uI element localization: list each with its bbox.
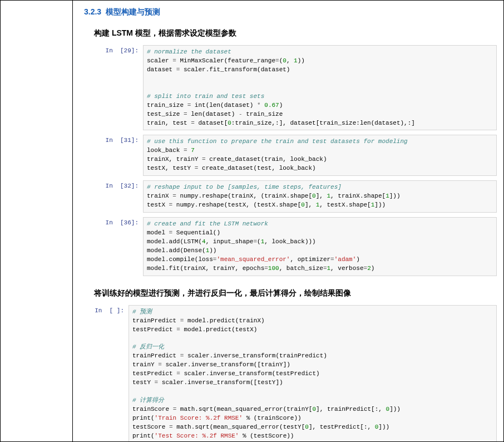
code-text: model.add(LSTM(	[147, 238, 202, 245]
code-text: trainY	[132, 361, 158, 368]
code-box[interactable]: # 预测 trainPredict = model.predict(trainX…	[129, 305, 497, 442]
section-heading: 3.2.3 模型构建与预测	[73, 1, 503, 21]
code-text: testPredict	[132, 326, 176, 333]
code-text: dataset[	[195, 120, 228, 126]
code-text: , trainX.shape[	[330, 193, 386, 199]
code-text: ))	[209, 247, 216, 254]
op-eq: =	[264, 265, 268, 272]
code-text: ]))	[389, 406, 401, 412]
inner-split: 3.2.3 模型构建与预测 构建 LSTM 模型，根据需求设定模型参数 In […	[1, 1, 503, 441]
code-text: model.predict(testX)	[180, 326, 258, 333]
num: 0.67	[264, 102, 279, 109]
code-text: model	[147, 229, 169, 236]
code-text: (	[257, 238, 261, 245]
code-text: train, test	[147, 120, 191, 126]
num: 0	[301, 202, 305, 208]
code-text: model.compile(loss	[147, 256, 213, 263]
subheading-2: 将训练好的模型进行预测，并进行反归一化，最后计算得分，绘制结果图像	[73, 281, 503, 305]
cell-prompt: In [36]:	[94, 217, 143, 226]
code-text: ], testPredict[:,	[309, 424, 375, 430]
cells-group-1: In [29]: # normalize the dataset scaler …	[73, 45, 503, 276]
code-text: ]))	[374, 202, 386, 208]
code-text: ]))	[389, 193, 401, 199]
code-box[interactable]: # reshape input to be [samples, time ste…	[143, 180, 497, 213]
code-text: % (testScore))	[239, 433, 294, 439]
left-column	[1, 1, 73, 441]
num: 0	[305, 424, 309, 430]
num: 4	[202, 238, 206, 245]
comment: # reshape input to be [samples, time ste…	[147, 184, 342, 190]
cell-prompt: In [ ]:	[80, 305, 129, 314]
code-text: Sequential()	[172, 229, 220, 236]
code-text: scaler.inverse_transform(testPredict)	[180, 370, 320, 377]
comment: # 计算得分	[132, 397, 164, 404]
code-text: testY	[132, 379, 155, 386]
code-text: trainPredict	[132, 352, 180, 359]
code-text: )	[356, 256, 360, 263]
code-text: scaler	[147, 57, 172, 64]
code-text: len(dataset)	[187, 111, 239, 117]
op-eq: =	[172, 57, 176, 64]
code-text: train_size	[243, 111, 283, 117]
str: 'adam'	[334, 256, 357, 263]
code-text: look_back	[147, 147, 184, 154]
code-text: ],	[316, 193, 327, 199]
code-text: ], trainPredict[:,	[316, 406, 386, 412]
code-text: , testX.shape[	[319, 202, 370, 208]
op-eq: =	[158, 361, 162, 368]
code-text: MinMaxScaler(feature_range	[176, 57, 275, 64]
code-text: math.sqrt(mean_squared_error(trainY[	[176, 406, 312, 412]
op-eq: =	[176, 326, 180, 333]
op-eq: =	[176, 370, 180, 377]
code-text: )	[279, 102, 283, 109]
code-text: trainPredict	[132, 317, 180, 324]
code-text: dataset	[147, 66, 176, 73]
num: 100	[268, 265, 279, 272]
code-cell-32: In [32]: # reshape input to be [samples,…	[94, 180, 497, 213]
num: 0	[228, 120, 231, 126]
code-text: , verbose	[330, 265, 363, 272]
code-text: ]))	[378, 424, 389, 430]
num: 1	[294, 57, 298, 64]
num: 0	[312, 193, 316, 199]
code-text: )	[371, 265, 375, 272]
code-text: train_size	[147, 102, 187, 109]
op-eq: =	[184, 147, 187, 154]
code-text: print(	[132, 415, 155, 421]
code-text: :train_size,:], dataset[train_size:len(d…	[231, 120, 415, 126]
code-text: trainX	[147, 193, 172, 199]
code-text: % (trainScore))	[243, 415, 302, 421]
right-column: 3.2.3 模型构建与预测 构建 LSTM 模型，根据需求设定模型参数 In […	[73, 1, 503, 441]
code-text: scaler.inverse_transform(trainPredict)	[184, 352, 327, 359]
comment: # normalize the dataset	[147, 48, 231, 55]
code-text: , input_shape	[206, 238, 254, 245]
code-text: , optimizer	[290, 256, 330, 263]
op-eq: =	[184, 111, 187, 117]
code-text: trainScore	[132, 406, 173, 412]
comment: # create and fit the LSTM network	[147, 220, 268, 227]
code-text: , batch_size	[279, 265, 323, 272]
num: 7	[191, 147, 195, 154]
code-text: model.add(Dense(	[147, 247, 206, 254]
code-box[interactable]: # use this function to prepare the train…	[143, 135, 497, 176]
comment: # use this function to prepare the train…	[147, 138, 408, 145]
str: 'Test Score: %.2f RMSE'	[155, 433, 239, 439]
page-frame: 3.2.3 模型构建与预测 构建 LSTM 模型，根据需求设定模型参数 In […	[0, 0, 504, 442]
code-text: create_dataset(train, look_back)	[206, 156, 327, 163]
code-text: model.fit(trainX, trainY, epochs	[147, 265, 264, 272]
code-cell-36: In [36]: # create and fit the LSTM netwo…	[94, 217, 497, 276]
op-eq: =	[191, 120, 195, 126]
code-cell-29: In [29]: # normalize the dataset scaler …	[94, 45, 497, 130]
code-text: math.sqrt(mean_squared_error(testY[	[173, 424, 305, 430]
num: 1	[386, 193, 389, 199]
num: 0	[283, 57, 286, 64]
code-text: model.predict(trainX)	[184, 317, 264, 324]
code-text: ))	[298, 57, 305, 64]
code-text: testScore	[132, 424, 169, 430]
num: 2	[367, 265, 371, 272]
code-text: trainX, trainY	[147, 156, 202, 163]
code-box[interactable]: # create and fit the LSTM network model …	[143, 217, 497, 276]
code-box[interactable]: # normalize the dataset scaler = MinMaxS…	[143, 45, 497, 130]
op-minus: -	[239, 111, 243, 117]
op-eq: =	[202, 156, 206, 163]
